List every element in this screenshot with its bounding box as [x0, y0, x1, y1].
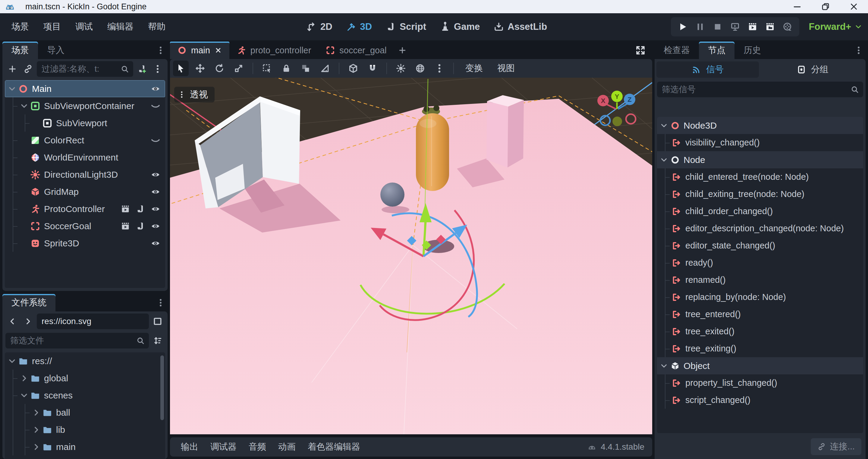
local-space-toggle[interactable] [345, 61, 361, 76]
filesystem-dock-menu[interactable] [156, 298, 165, 307]
tree-row-SubViewportContainer[interactable]: SubViewportContainer [5, 97, 165, 114]
tree-row-Main[interactable]: Main [5, 80, 165, 97]
file-row-res://[interactable]: res:// [5, 352, 165, 369]
tab-场景[interactable]: 场景 [2, 41, 38, 59]
scene-tab-proto_controller[interactable]: proto_controller [229, 41, 318, 59]
signal-row[interactable]: tree_exited() [657, 323, 863, 340]
connect-button[interactable]: 连接... [811, 438, 861, 455]
play-custom-scene-button[interactable] [765, 22, 775, 32]
bottom-panel-输出[interactable]: 输出 [175, 441, 204, 453]
signal-filter-input[interactable] [661, 84, 848, 95]
move-tool[interactable] [192, 61, 208, 76]
split-view-button[interactable] [151, 315, 164, 328]
visibility-toggle[interactable] [151, 221, 160, 231]
tree-row-ProtoController[interactable]: ProtoController [5, 200, 165, 218]
clapper-play-badge[interactable] [121, 204, 130, 214]
view-menu-button[interactable]: 透视 [174, 87, 215, 102]
movie-maker-button[interactable] [782, 22, 793, 32]
scale-tool[interactable] [231, 61, 247, 76]
workspace-script[interactable]: Script [386, 21, 426, 32]
signal-category-Object[interactable]: Object [657, 357, 863, 374]
bottom-panel-动画[interactable]: 动画 [272, 441, 302, 453]
tab-节点[interactable]: 节点 [699, 41, 735, 59]
menu-变换[interactable]: 变换 [460, 62, 488, 74]
play-remote-button[interactable] [730, 22, 740, 32]
tab-检查器[interactable]: 检查器 [655, 41, 699, 59]
workspace-3d[interactable]: 3D [346, 21, 372, 32]
tree-row-WorldEnvironment[interactable]: WorldEnvironment [5, 149, 165, 166]
file-row-scenes[interactable]: scenes [5, 387, 165, 404]
new-scene-tab-button[interactable] [394, 41, 411, 59]
tab-filesystem[interactable]: 文件系统 [2, 294, 56, 312]
scene-filter-input[interactable] [41, 64, 118, 74]
instance-scene-button[interactable] [21, 62, 35, 76]
sort-files-button[interactable] [151, 334, 164, 348]
signal-row[interactable]: replacing_by(node: Node) [657, 289, 863, 306]
play-scene-button[interactable] [747, 22, 758, 32]
signal-row[interactable]: editor_description_changed(node: Node) [657, 220, 863, 237]
menu-视图[interactable]: 视图 [492, 62, 520, 74]
signal-category-Node3D[interactable]: Node3D [657, 117, 863, 134]
visibility-toggle[interactable] [151, 187, 160, 197]
snap-toggle[interactable] [365, 61, 380, 76]
visibility-toggle[interactable] [151, 238, 160, 248]
minimize-button[interactable] [792, 1, 802, 12]
nav-forward-button[interactable] [21, 315, 35, 328]
visibility-toggle[interactable] [151, 101, 160, 111]
play-button[interactable] [678, 22, 688, 32]
file-row-global[interactable]: global [5, 369, 165, 387]
signal-row[interactable]: child_entered_tree(node: Node) [657, 168, 863, 186]
tree-row-GridMap[interactable]: GridMap [5, 183, 165, 200]
signal-row[interactable]: tree_entered() [657, 306, 863, 323]
subtab-信号[interactable]: 信号 [656, 61, 759, 78]
scene-dock-menu[interactable] [156, 46, 165, 55]
preview-environment-toggle[interactable] [412, 61, 428, 76]
scrollbar[interactable] [160, 355, 164, 420]
select-tool[interactable] [173, 61, 189, 76]
scene-tab-soccer_goal[interactable]: soccer_goal [318, 41, 394, 59]
scene-tree-menu[interactable] [151, 62, 164, 76]
preview-sun-toggle[interactable] [393, 61, 409, 76]
menu-项目[interactable]: 项目 [36, 21, 68, 33]
restore-button[interactable] [820, 1, 831, 12]
add-node-button[interactable] [5, 62, 19, 76]
node-dock-menu[interactable] [854, 46, 863, 55]
3d-viewport[interactable]: X Y Z 透视 [170, 78, 652, 434]
file-row-ball[interactable]: ball [5, 404, 165, 421]
tab-导入[interactable]: 导入 [38, 41, 73, 59]
stop-button[interactable] [712, 22, 723, 32]
signal-row[interactable]: visibility_changed() [657, 134, 863, 151]
nav-back-button[interactable] [5, 315, 19, 328]
signal-category-Node[interactable]: Node [657, 151, 863, 168]
signal-row[interactable]: renamed() [657, 271, 863, 289]
visibility-toggle[interactable] [151, 204, 160, 214]
expand-viewport-icon[interactable] [635, 44, 646, 56]
lock-node-button[interactable] [278, 61, 294, 76]
ruler-tool[interactable] [317, 61, 333, 76]
signal-row[interactable]: property_list_changed() [657, 374, 863, 392]
subtab-分组[interactable]: 分组 [761, 61, 864, 78]
script-badge[interactable] [135, 204, 145, 214]
file-filter-input[interactable] [10, 335, 134, 346]
tree-row-SubViewport[interactable]: SubViewport [5, 114, 165, 132]
attach-script-button[interactable] [135, 62, 149, 76]
menu-调试[interactable]: 调试 [68, 21, 100, 33]
viewport-options-menu[interactable] [432, 61, 447, 76]
renderer-select[interactable]: Forward+ [809, 13, 863, 40]
tree-row-SoccerGoal[interactable]: SoccerGoal [5, 218, 165, 235]
bottom-panel-音频[interactable]: 音频 [243, 441, 272, 453]
script-badge[interactable] [135, 221, 145, 231]
menu-场景[interactable]: 场景 [4, 21, 36, 33]
menu-编辑器[interactable]: 编辑器 [100, 21, 141, 33]
signal-row[interactable]: child_exiting_tree(node: Node) [657, 186, 863, 203]
version-info[interactable]: 4.4.1.stable [587, 442, 647, 452]
close-button[interactable] [849, 1, 859, 12]
bottom-panel-调试器[interactable]: 调试器 [204, 441, 243, 453]
workspace-assetlib[interactable]: AssetLib [494, 21, 547, 32]
signal-row[interactable]: tree_exiting() [657, 340, 863, 357]
signal-row[interactable]: ready() [657, 254, 863, 271]
visibility-toggle[interactable] [151, 170, 160, 179]
visibility-toggle[interactable] [151, 84, 160, 94]
workspace-2d[interactable]: 2D [307, 21, 333, 32]
tab-历史[interactable]: 历史 [735, 41, 770, 59]
